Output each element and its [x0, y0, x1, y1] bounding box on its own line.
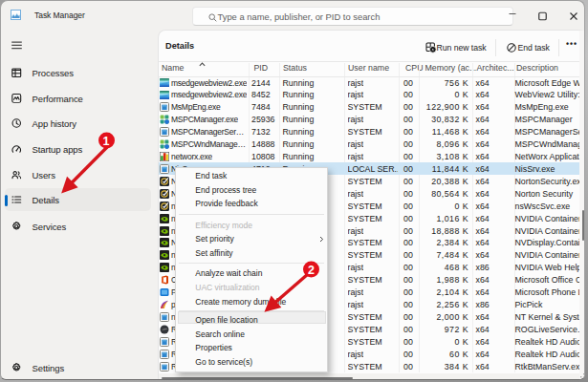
- svg-text:1: 1: [103, 135, 110, 148]
- svg-text:2: 2: [308, 264, 315, 277]
